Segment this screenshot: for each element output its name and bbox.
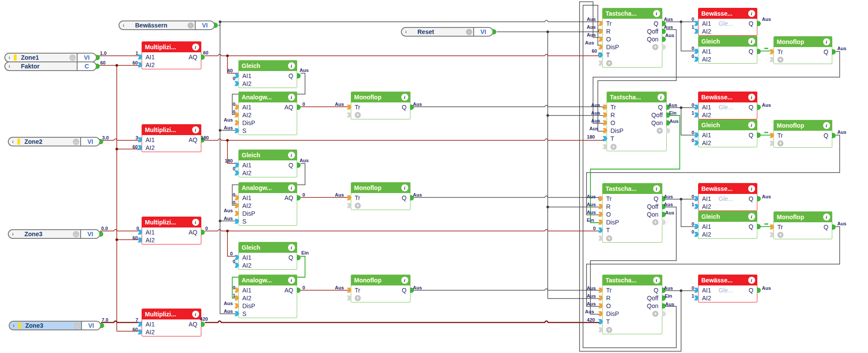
input-zone1[interactable]: i Zone1 … VI bbox=[4, 53, 97, 62]
block-monoflop-right-1[interactable]: Monoflop i Tr Q + bbox=[773, 36, 832, 64]
block-monoflop-right-2[interactable]: Monoflop i Tr Q + bbox=[773, 120, 832, 148]
block-header[interactable]: Tastscha... i bbox=[603, 183, 662, 194]
output-connector[interactable] bbox=[832, 133, 836, 138]
block-header[interactable]: Gleich i bbox=[698, 36, 757, 47]
block-header[interactable]: Gleich i bbox=[239, 150, 297, 160]
block-header[interactable]: Bewässe... i bbox=[698, 275, 757, 285]
info-icon[interactable]: i bbox=[748, 213, 755, 220]
input-zone3[interactable]: i Zone3 … VI bbox=[8, 229, 100, 239]
output-connector[interactable] bbox=[297, 288, 301, 293]
expand-icon[interactable]: + bbox=[777, 140, 783, 146]
output-connector[interactable] bbox=[297, 255, 301, 260]
output-connector[interactable] bbox=[201, 322, 205, 327]
output-connector[interactable] bbox=[297, 195, 301, 200]
expand-icon[interactable]: + bbox=[652, 219, 658, 225]
block-monoflop-right-3[interactable]: Monoflop i Tr Q + bbox=[773, 211, 832, 239]
info-icon[interactable]: i bbox=[288, 277, 295, 284]
info-icon[interactable]: i bbox=[192, 126, 199, 133]
expand-icon[interactable]: + bbox=[355, 295, 361, 301]
output-connector[interactable] bbox=[757, 132, 761, 138]
info-icon[interactable]: i bbox=[192, 311, 199, 318]
info-icon[interactable]: i bbox=[401, 94, 408, 101]
info-icon[interactable]: i bbox=[288, 94, 295, 101]
info-icon[interactable]: i bbox=[748, 277, 755, 284]
block-header[interactable]: Tastscha... i bbox=[603, 275, 662, 285]
options-icon[interactable]: … bbox=[73, 139, 79, 145]
block-header[interactable]: Monoflop i bbox=[351, 92, 410, 102]
info-icon[interactable]: i bbox=[192, 44, 199, 51]
block-header[interactable]: Tastscha... i bbox=[607, 92, 667, 102]
output-connector[interactable] bbox=[757, 105, 761, 110]
info-icon[interactable]: i bbox=[288, 62, 295, 69]
block-gleich-1[interactable]: Gleich i AI1 Q AI2 bbox=[238, 60, 297, 88]
expand-icon[interactable]: + bbox=[355, 112, 361, 118]
block-tastschalter-3[interactable]: Tastscha... i Tr Q R Qoff O Qon bbox=[602, 183, 662, 243]
block-header[interactable]: Gleich i bbox=[239, 61, 297, 71]
output-connector[interactable] bbox=[297, 105, 301, 110]
info-icon[interactable]: i bbox=[653, 185, 660, 192]
output-connector[interactable] bbox=[757, 21, 761, 26]
block-monoflop-2[interactable]: Monoflop i Tr Q + bbox=[351, 182, 410, 210]
block-multiplier-2[interactable]: Multiplizi... i AI1 AQ AI2 bbox=[142, 124, 201, 152]
output-connector[interactable] bbox=[832, 49, 836, 54]
block-monoflop-1[interactable]: Monoflop i Tr Q + bbox=[351, 92, 410, 119]
block-bewaesserung-4[interactable]: Bewässe... i AI1 Gle... Q AI2 bbox=[698, 275, 757, 302]
block-gleich-3[interactable]: Gleich i AI1 Q AI2 bbox=[238, 242, 297, 270]
info-icon[interactable]: i bbox=[288, 244, 295, 251]
output-connector[interactable] bbox=[757, 196, 761, 201]
info-icon[interactable]: i bbox=[288, 184, 295, 191]
output-connector[interactable] bbox=[757, 288, 761, 293]
block-gleich-2[interactable]: Gleich i AI1 Q AI2 bbox=[238, 149, 297, 177]
block-bewaesserung-2[interactable]: Bewässe... i AI1 Gle... Q AI2 bbox=[698, 92, 757, 119]
info-icon[interactable]: i bbox=[748, 38, 755, 45]
info-icon[interactable]: i bbox=[748, 10, 755, 17]
expand-icon[interactable]: + bbox=[657, 128, 663, 134]
input-reset[interactable]: i Reset VI bbox=[401, 27, 493, 37]
info-icon[interactable]: i bbox=[192, 219, 199, 226]
output-connector[interactable] bbox=[201, 230, 205, 235]
info-icon[interactable]: i bbox=[748, 185, 755, 192]
block-header[interactable]: Monoflop i bbox=[351, 275, 410, 285]
block-multiplier-3[interactable]: Multiplizi... i AI1 AQ AI2 bbox=[142, 217, 201, 244]
info-icon[interactable]: i bbox=[823, 38, 830, 45]
block-header[interactable]: Monoflop i bbox=[774, 120, 832, 131]
block-bewaesserung-3[interactable]: Bewässe... i AI1 Gle... Q AI2 bbox=[698, 183, 757, 211]
info-icon[interactable]: i bbox=[748, 122, 755, 129]
block-header[interactable]: Bewässe... i bbox=[698, 8, 757, 19]
block-gleich-right-2[interactable]: Gleich i AI1 Q AI2 bbox=[698, 119, 757, 147]
expand-icon[interactable]: + bbox=[652, 311, 658, 317]
block-tastschalter-4[interactable]: Tastscha... i Tr Q R Qoff O Qon bbox=[602, 275, 662, 334]
block-header[interactable]: Tastscha... i bbox=[603, 8, 662, 19]
block-header[interactable]: Gleich i bbox=[698, 120, 757, 130]
info-icon[interactable]: i bbox=[653, 277, 660, 284]
block-multiplier-1[interactable]: Multiplizi... i AI1 AQ AI2 bbox=[142, 41, 201, 69]
block-header[interactable]: Multiplizi... i bbox=[142, 217, 201, 227]
block-monoflop-3[interactable]: Monoflop i Tr Q + bbox=[351, 275, 410, 302]
options-icon[interactable]: … bbox=[69, 54, 76, 61]
output-connector[interactable] bbox=[832, 224, 836, 230]
options-icon[interactable] bbox=[187, 22, 194, 29]
options-icon[interactable]: … bbox=[74, 322, 80, 329]
block-header[interactable]: Monoflop i bbox=[774, 37, 832, 47]
info-icon[interactable]: i bbox=[748, 94, 755, 101]
block-tastschalter-2[interactable]: Tastscha... i Tr Q R Qoff O Qon bbox=[607, 92, 667, 151]
block-header[interactable]: Multiplizi... i bbox=[142, 309, 201, 319]
block-gleich-right-1[interactable]: Gleich i AI1 Q AI2 bbox=[698, 36, 757, 64]
output-connector[interactable] bbox=[297, 73, 301, 78]
block-header[interactable]: Monoflop i bbox=[774, 212, 832, 222]
expand-icon[interactable]: + bbox=[606, 327, 612, 333]
input-bewaessern[interactable]: i Bewässern VI bbox=[119, 20, 215, 30]
output-connector[interactable] bbox=[297, 163, 301, 168]
expand-icon[interactable]: + bbox=[355, 203, 361, 209]
input-zone2[interactable]: i Zone2 … VI bbox=[8, 137, 100, 146]
block-header[interactable]: Gleich i bbox=[239, 242, 297, 253]
info-icon[interactable]: i bbox=[288, 152, 295, 159]
block-multiplier-4[interactable]: Multiplizi... i AI1 AQ AI2 bbox=[142, 309, 201, 336]
input-zone3-b[interactable]: i Zone3 … VI bbox=[9, 321, 101, 330]
block-tastschalter-1[interactable]: Tastscha... i Tr Q R Qoff O Qon bbox=[602, 8, 662, 68]
output-connector[interactable] bbox=[757, 49, 761, 54]
input-faktor[interactable]: i Faktor C bbox=[4, 61, 97, 71]
block-header[interactable]: Bewässe... i bbox=[698, 92, 757, 102]
expand-icon[interactable]: + bbox=[610, 144, 617, 150]
expand-icon[interactable]: + bbox=[652, 44, 658, 50]
